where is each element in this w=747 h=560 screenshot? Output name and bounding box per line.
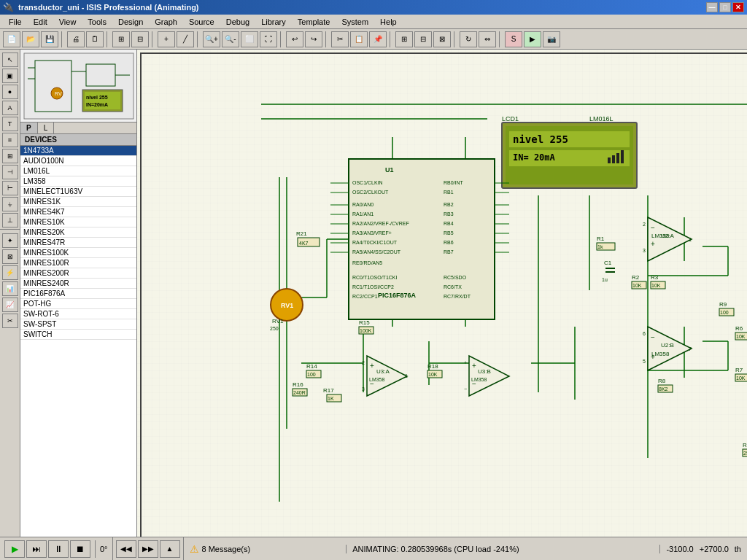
status-messages: ⚠ 8 Message(s) [184,543,347,555]
menu-design[interactable]: Design [112,16,149,28]
svg-rect-53 [608,158,611,163]
mirror-button[interactable]: ⇔ [479,31,496,47]
schematic-svg: nivel 255 IN= 20mA LCD1 LM016L U1 OSC1/C… [137,50,747,537]
menu-library[interactable]: Library [255,16,292,28]
instrument-tool[interactable]: 📊 [2,281,18,296]
split-tool[interactable]: ✂ [2,314,18,328]
step-button[interactable]: ⏭ [26,540,47,558]
component-tool[interactable]: ▣ [2,69,18,83]
device-item[interactable]: POT-HG [20,299,136,309]
device-item[interactable]: 1N4733A [20,146,136,156]
menu-help[interactable]: Help [374,16,403,28]
paste-button[interactable]: 📌 [369,31,387,47]
minimize-button[interactable]: — [706,2,718,12]
ground-tool[interactable]: ⊥ [2,213,18,228]
spice-button[interactable]: S [505,31,522,47]
stop-button[interactable]: ⏹ [70,540,90,558]
animating-text: ANIMATING: 0.280539968s (CPU load -241%) [352,545,519,553]
device-item[interactable]: AUDIO100N [20,156,136,166]
port-tool[interactable]: ⊢ [2,181,18,195]
device-item[interactable]: SWITCH [20,330,136,340]
probe-tool[interactable]: ✦ [2,233,18,248]
maximize-button[interactable]: □ [719,2,731,12]
device-item[interactable]: MINRES240R [20,279,136,289]
device-item[interactable]: MINRES1K [20,197,136,207]
menu-source[interactable]: Source [183,16,220,28]
block-copy-button[interactable]: ⊞ [395,31,413,47]
sim-button[interactable]: ▶ [524,31,541,47]
device-item[interactable]: MINRES47R [20,238,136,248]
canvas-area[interactable]: nivel 255 IN= 20mA LCD1 LM016L U1 OSC1/C… [137,50,747,537]
select-tool[interactable]: ↖ [2,52,18,67]
device-item[interactable]: SW-SPST [20,319,136,330]
svg-rect-54 [612,155,615,163]
grid-button[interactable]: ⊟ [131,31,149,47]
device-item[interactable]: MINRES4K7 [20,207,136,217]
svg-text:10K: 10K [632,283,642,288]
device-item[interactable]: MINRES10K [20,217,136,228]
tape-tool[interactable]: ⊠ [2,249,18,264]
menu-view[interactable]: View [53,16,82,28]
device-item[interactable]: MINRES20K [20,228,136,238]
schematic[interactable]: nivel 255 IN= 20mA LCD1 LM016L U1 OSC1/C… [137,50,747,537]
snap-button[interactable]: ⊞ [112,31,130,47]
menu-system[interactable]: System [336,16,374,28]
device-item[interactable]: MINRES100K [20,248,136,258]
device-item[interactable]: PIC16F876A [20,289,136,299]
open-button[interactable]: 📂 [22,31,39,47]
step-back-button[interactable]: ◀◀ [116,540,136,558]
menu-graph[interactable]: Graph [149,16,183,28]
device-item[interactable]: MINELECT1U63V [20,187,136,197]
junction-tool[interactable]: ● [2,85,18,99]
power-tool[interactable]: ⏚ [2,197,18,211]
new-button[interactable]: 📄 [3,31,20,47]
capture-button[interactable]: 📷 [543,31,560,47]
menu-file[interactable]: File [3,16,28,28]
menu-edit[interactable]: Edit [28,16,53,28]
terminal-tool[interactable]: ⊣ [2,165,18,179]
wire-label-tool[interactable]: A [2,101,18,115]
tab-l[interactable]: L [38,122,55,133]
play-button[interactable]: ▶ [4,540,25,558]
copy-button[interactable]: 📋 [350,31,368,47]
sub-circuit-tool[interactable]: ⊞ [2,149,18,163]
svg-text:nivel 255: nivel 255 [513,133,568,145]
zoom-in-button[interactable]: 🔍+ [203,31,220,47]
svg-text:10K: 10K [736,376,746,381]
menu-tools[interactable]: Tools [82,16,112,28]
graph-tool[interactable]: 📈 [2,298,18,312]
device-item[interactable]: LM016L [20,166,136,176]
svg-text:R21: R21 [296,230,307,237]
rotate-button[interactable]: ↻ [460,31,477,47]
step-up-button[interactable]: ▲ [160,540,180,558]
device-item[interactable]: MINRES200R [20,268,136,279]
step-forward-button[interactable]: ▶▶ [138,540,158,558]
print-preview-button[interactable]: 🗒 [86,31,104,47]
generator-tool[interactable]: ⚡ [2,265,18,280]
bus-tool[interactable]: ≡ [2,133,18,147]
toolbar-sep-1 [61,31,64,47]
pause-button[interactable]: ⏸ [48,540,69,558]
text-tool[interactable]: T [2,117,18,131]
block-delete-button[interactable]: ⊠ [433,31,451,47]
device-item[interactable]: MINRES100R [20,258,136,268]
menu-template[interactable]: Template [292,16,336,28]
device-list[interactable]: 1N4733AAUDIO100NLM016LLM358MINELECT1U63V… [20,146,136,537]
tab-p[interactable]: P [20,122,38,133]
add-wire-button[interactable]: ╱ [177,31,194,47]
device-item[interactable]: SW-ROT-6 [20,309,136,319]
save-button[interactable]: 💾 [41,31,58,47]
close-button[interactable]: ✕ [732,2,744,12]
device-item[interactable]: LM358 [20,176,136,187]
zoom-out-button[interactable]: 🔍- [222,31,239,47]
menu-debug[interactable]: Debug [220,16,255,28]
add-component-button[interactable]: + [158,31,175,47]
print-button[interactable]: 🖨 [67,31,85,47]
redo-button[interactable]: ↪ [305,31,322,47]
coord-y: +2700.0 [700,545,729,553]
cut-button[interactable]: ✂ [331,31,349,47]
zoom-all-button[interactable]: ⛶ [260,31,277,47]
zoom-area-button[interactable]: ⬜ [241,31,258,47]
block-move-button[interactable]: ⊟ [414,31,432,47]
undo-button[interactable]: ↩ [286,31,303,47]
